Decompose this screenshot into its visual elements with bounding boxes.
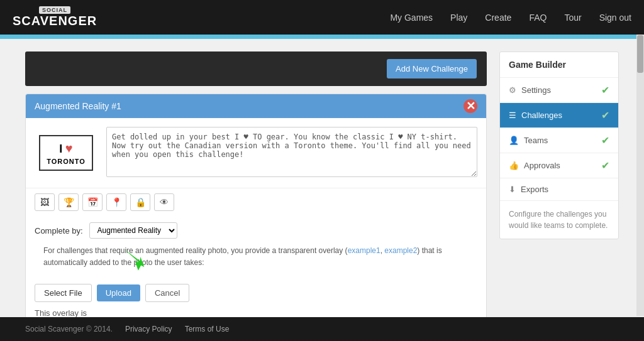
- toronto-logo: I ♥ TORONTO: [39, 135, 93, 171]
- logo[interactable]: SOCIAL SCAVENGER: [13, 6, 97, 28]
- icon-image[interactable]: 🖼: [35, 193, 55, 211]
- logo-badge: SOCIAL: [39, 6, 70, 14]
- navigation: SOCIAL SCAVENGER My Games Play Create FA…: [0, 0, 644, 35]
- privacy-policy-link[interactable]: Privacy Policy: [125, 325, 172, 333]
- nav-tour[interactable]: Tour: [564, 13, 581, 23]
- scrollbar-thumb[interactable]: [637, 35, 643, 73]
- left-panel: Add New Challenge Augmented Reality #1 ✕…: [25, 51, 487, 341]
- complete-by-row: Complete by: Augmented Reality: [26, 216, 486, 245]
- add-challenge-button[interactable]: Add New Challenge: [387, 59, 477, 78]
- accent-bar: [0, 35, 644, 39]
- exports-icon: ⬇: [509, 185, 516, 194]
- challenge-close-button[interactable]: ✕: [464, 99, 477, 113]
- svg-marker-0: [125, 244, 146, 271]
- approvals-icon: 👍: [509, 161, 519, 170]
- nav-create[interactable]: Create: [485, 13, 511, 23]
- settings-icon: ⚙: [509, 85, 516, 95]
- challenge-image: I ♥ TORONTO: [35, 127, 97, 179]
- logo-text: SCAVENGER: [13, 14, 97, 28]
- sidebar-hint: Configure the challenges you would like …: [500, 201, 618, 239]
- icon-eye[interactable]: 👁: [154, 193, 174, 211]
- footer-copyright: Social Scavenger © 2014.: [25, 325, 113, 333]
- nav-my-games[interactable]: My Games: [390, 13, 433, 23]
- ar-arrow-icon: [123, 240, 155, 271]
- icon-trophy[interactable]: 🏆: [58, 193, 79, 211]
- challenge-header: Augmented Reality #1 ✕: [26, 94, 486, 118]
- add-challenge-bar: Add New Challenge: [25, 51, 487, 86]
- challenge-card: Augmented Reality #1 ✕ I ♥ TORONTO Get d…: [25, 94, 487, 341]
- nav-links: My Games Play Create FAQ Tour: [390, 13, 581, 23]
- ar-description: For challenges that require an augmented…: [35, 245, 477, 275]
- challenge-description-area: Get dolled up in your best I ♥ TO gear. …: [106, 127, 477, 179]
- select-file-button[interactable]: Select File: [35, 284, 92, 302]
- complete-by-label: Complete by:: [35, 226, 83, 235]
- sidebar-item-settings[interactable]: ⚙ Settings ✔: [500, 78, 618, 103]
- sidebar-item-approvals[interactable]: 👍 Approvals ✔: [500, 153, 618, 178]
- sidebar-card: Game Builder ⚙ Settings ✔ ☰ Challenges ✔…: [499, 51, 619, 239]
- challenge-title: Augmented Reality #1: [35, 101, 121, 111]
- sidebar-item-challenges[interactable]: ☰ Challenges ✔: [500, 103, 618, 128]
- sidebar-item-exports[interactable]: ⬇ Exports: [500, 178, 618, 201]
- sidebar-item-teams[interactable]: 👤 Teams ✔: [500, 128, 618, 153]
- example2-link[interactable]: example2: [384, 246, 417, 255]
- icon-location[interactable]: 📍: [106, 193, 126, 211]
- sidebar-title: Game Builder: [500, 52, 618, 78]
- cancel-button[interactable]: Cancel: [145, 284, 189, 302]
- example1-link[interactable]: example1: [348, 246, 380, 255]
- challenge-body: I ♥ TORONTO Get dolled up in your best I…: [26, 118, 486, 188]
- sign-out-link[interactable]: Sign out: [599, 13, 631, 23]
- scrollbar[interactable]: [636, 35, 644, 316]
- challenge-description-textarea[interactable]: Get dolled up in your best I ♥ TO gear. …: [106, 127, 477, 177]
- teams-icon: 👤: [509, 136, 519, 145]
- icon-lock[interactable]: 🔒: [130, 193, 150, 211]
- terms-of-use-link[interactable]: Terms of Use: [185, 325, 230, 333]
- file-upload-row: Select File Upload Cancel: [26, 284, 486, 308]
- approvals-check-icon: ✔: [601, 160, 609, 171]
- main-content: Add New Challenge Augmented Reality #1 ✕…: [0, 39, 644, 341]
- teams-check-icon: ✔: [601, 134, 609, 146]
- challenges-check-icon: ✔: [601, 109, 609, 121]
- nav-faq[interactable]: FAQ: [529, 13, 547, 23]
- sidebar: Game Builder ⚙ Settings ✔ ☰ Challenges ✔…: [499, 51, 619, 341]
- icon-calendar[interactable]: 📅: [82, 193, 103, 211]
- nav-play[interactable]: Play: [450, 13, 467, 23]
- upload-button[interactable]: Upload: [97, 284, 140, 301]
- challenges-icon: ☰: [509, 111, 516, 120]
- icon-toolbar: 🖼 🏆 📅 📍 🔒 👁: [26, 188, 486, 216]
- footer: Social Scavenger © 2014. Privacy Policy …: [0, 317, 644, 341]
- complete-by-select[interactable]: Augmented Reality: [89, 222, 177, 239]
- settings-check-icon: ✔: [601, 84, 609, 96]
